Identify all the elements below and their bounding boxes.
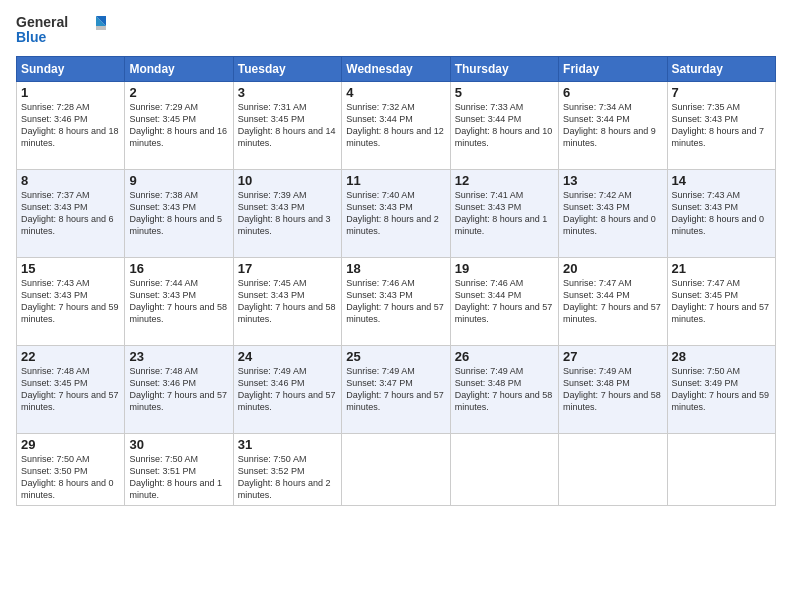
cell-info: Sunrise: 7:35 AMSunset: 3:43 PMDaylight:… [672, 102, 765, 148]
calendar-cell: 6 Sunrise: 7:34 AMSunset: 3:44 PMDayligh… [559, 82, 667, 170]
day-number: 20 [563, 261, 662, 276]
day-number: 13 [563, 173, 662, 188]
day-number: 22 [21, 349, 120, 364]
calendar-cell: 21 Sunrise: 7:47 AMSunset: 3:45 PMDaylig… [667, 258, 775, 346]
cell-info: Sunrise: 7:49 AMSunset: 3:46 PMDaylight:… [238, 366, 336, 412]
cell-info: Sunrise: 7:28 AMSunset: 3:46 PMDaylight:… [21, 102, 119, 148]
calendar-cell: 26 Sunrise: 7:49 AMSunset: 3:48 PMDaylig… [450, 346, 558, 434]
cell-info: Sunrise: 7:49 AMSunset: 3:48 PMDaylight:… [563, 366, 661, 412]
day-number: 2 [129, 85, 228, 100]
calendar-cell: 25 Sunrise: 7:49 AMSunset: 3:47 PMDaylig… [342, 346, 450, 434]
cell-info: Sunrise: 7:42 AMSunset: 3:43 PMDaylight:… [563, 190, 656, 236]
day-number: 4 [346, 85, 445, 100]
day-number: 30 [129, 437, 228, 452]
cell-info: Sunrise: 7:33 AMSunset: 3:44 PMDaylight:… [455, 102, 553, 148]
day-number: 10 [238, 173, 337, 188]
cell-info: Sunrise: 7:46 AMSunset: 3:43 PMDaylight:… [346, 278, 444, 324]
calendar-cell [667, 434, 775, 506]
day-number: 7 [672, 85, 771, 100]
day-number: 19 [455, 261, 554, 276]
calendar-cell: 15 Sunrise: 7:43 AMSunset: 3:43 PMDaylig… [17, 258, 125, 346]
svg-text:General: General [16, 14, 68, 30]
calendar-cell: 28 Sunrise: 7:50 AMSunset: 3:49 PMDaylig… [667, 346, 775, 434]
day-number: 17 [238, 261, 337, 276]
day-number: 23 [129, 349, 228, 364]
cell-info: Sunrise: 7:50 AMSunset: 3:52 PMDaylight:… [238, 454, 331, 500]
week-row-1: 1 Sunrise: 7:28 AMSunset: 3:46 PMDayligh… [17, 82, 776, 170]
day-number: 29 [21, 437, 120, 452]
cell-info: Sunrise: 7:41 AMSunset: 3:43 PMDaylight:… [455, 190, 548, 236]
cell-info: Sunrise: 7:50 AMSunset: 3:49 PMDaylight:… [672, 366, 770, 412]
col-header-thursday: Thursday [450, 57, 558, 82]
cell-info: Sunrise: 7:48 AMSunset: 3:45 PMDaylight:… [21, 366, 119, 412]
cell-info: Sunrise: 7:47 AMSunset: 3:44 PMDaylight:… [563, 278, 661, 324]
cell-info: Sunrise: 7:45 AMSunset: 3:43 PMDaylight:… [238, 278, 336, 324]
page: General Blue SundayMondayTuesdayWednesda… [0, 0, 792, 612]
calendar-cell: 22 Sunrise: 7:48 AMSunset: 3:45 PMDaylig… [17, 346, 125, 434]
calendar-cell: 13 Sunrise: 7:42 AMSunset: 3:43 PMDaylig… [559, 170, 667, 258]
calendar-cell [342, 434, 450, 506]
cell-info: Sunrise: 7:46 AMSunset: 3:44 PMDaylight:… [455, 278, 553, 324]
day-number: 21 [672, 261, 771, 276]
svg-text:Blue: Blue [16, 29, 47, 45]
day-number: 14 [672, 173, 771, 188]
calendar-cell: 5 Sunrise: 7:33 AMSunset: 3:44 PMDayligh… [450, 82, 558, 170]
calendar-cell [559, 434, 667, 506]
day-number: 24 [238, 349, 337, 364]
day-number: 27 [563, 349, 662, 364]
calendar-cell: 8 Sunrise: 7:37 AMSunset: 3:43 PMDayligh… [17, 170, 125, 258]
day-number: 18 [346, 261, 445, 276]
day-number: 25 [346, 349, 445, 364]
week-row-3: 15 Sunrise: 7:43 AMSunset: 3:43 PMDaylig… [17, 258, 776, 346]
calendar-cell: 19 Sunrise: 7:46 AMSunset: 3:44 PMDaylig… [450, 258, 558, 346]
col-header-friday: Friday [559, 57, 667, 82]
calendar-cell: 16 Sunrise: 7:44 AMSunset: 3:43 PMDaylig… [125, 258, 233, 346]
calendar-cell: 4 Sunrise: 7:32 AMSunset: 3:44 PMDayligh… [342, 82, 450, 170]
cell-info: Sunrise: 7:34 AMSunset: 3:44 PMDaylight:… [563, 102, 656, 148]
calendar-cell: 31 Sunrise: 7:50 AMSunset: 3:52 PMDaylig… [233, 434, 341, 506]
calendar-cell: 24 Sunrise: 7:49 AMSunset: 3:46 PMDaylig… [233, 346, 341, 434]
day-number: 6 [563, 85, 662, 100]
svg-rect-4 [96, 26, 106, 30]
day-number: 28 [672, 349, 771, 364]
calendar-cell: 14 Sunrise: 7:43 AMSunset: 3:43 PMDaylig… [667, 170, 775, 258]
calendar-cell: 27 Sunrise: 7:49 AMSunset: 3:48 PMDaylig… [559, 346, 667, 434]
logo: General Blue [16, 10, 106, 50]
cell-info: Sunrise: 7:49 AMSunset: 3:47 PMDaylight:… [346, 366, 444, 412]
day-number: 9 [129, 173, 228, 188]
cell-info: Sunrise: 7:29 AMSunset: 3:45 PMDaylight:… [129, 102, 227, 148]
calendar-cell: 2 Sunrise: 7:29 AMSunset: 3:45 PMDayligh… [125, 82, 233, 170]
calendar-cell: 11 Sunrise: 7:40 AMSunset: 3:43 PMDaylig… [342, 170, 450, 258]
cell-info: Sunrise: 7:37 AMSunset: 3:43 PMDaylight:… [21, 190, 114, 236]
calendar-cell: 1 Sunrise: 7:28 AMSunset: 3:46 PMDayligh… [17, 82, 125, 170]
logo-svg: General Blue [16, 10, 106, 50]
day-number: 15 [21, 261, 120, 276]
cell-info: Sunrise: 7:48 AMSunset: 3:46 PMDaylight:… [129, 366, 227, 412]
cell-info: Sunrise: 7:44 AMSunset: 3:43 PMDaylight:… [129, 278, 227, 324]
cell-info: Sunrise: 7:49 AMSunset: 3:48 PMDaylight:… [455, 366, 553, 412]
calendar-cell: 10 Sunrise: 7:39 AMSunset: 3:43 PMDaylig… [233, 170, 341, 258]
week-row-2: 8 Sunrise: 7:37 AMSunset: 3:43 PMDayligh… [17, 170, 776, 258]
col-header-tuesday: Tuesday [233, 57, 341, 82]
day-number: 5 [455, 85, 554, 100]
calendar-cell: 29 Sunrise: 7:50 AMSunset: 3:50 PMDaylig… [17, 434, 125, 506]
col-header-wednesday: Wednesday [342, 57, 450, 82]
calendar-cell: 18 Sunrise: 7:46 AMSunset: 3:43 PMDaylig… [342, 258, 450, 346]
col-header-saturday: Saturday [667, 57, 775, 82]
day-number: 26 [455, 349, 554, 364]
day-number: 8 [21, 173, 120, 188]
day-number: 3 [238, 85, 337, 100]
calendar-cell: 9 Sunrise: 7:38 AMSunset: 3:43 PMDayligh… [125, 170, 233, 258]
calendar-cell: 17 Sunrise: 7:45 AMSunset: 3:43 PMDaylig… [233, 258, 341, 346]
calendar-cell: 23 Sunrise: 7:48 AMSunset: 3:46 PMDaylig… [125, 346, 233, 434]
week-row-4: 22 Sunrise: 7:48 AMSunset: 3:45 PMDaylig… [17, 346, 776, 434]
day-number: 12 [455, 173, 554, 188]
cell-info: Sunrise: 7:38 AMSunset: 3:43 PMDaylight:… [129, 190, 222, 236]
col-header-sunday: Sunday [17, 57, 125, 82]
header: General Blue [16, 10, 776, 50]
cell-info: Sunrise: 7:50 AMSunset: 3:51 PMDaylight:… [129, 454, 222, 500]
day-number: 16 [129, 261, 228, 276]
calendar-cell [450, 434, 558, 506]
header-row: SundayMondayTuesdayWednesdayThursdayFrid… [17, 57, 776, 82]
cell-info: Sunrise: 7:50 AMSunset: 3:50 PMDaylight:… [21, 454, 114, 500]
